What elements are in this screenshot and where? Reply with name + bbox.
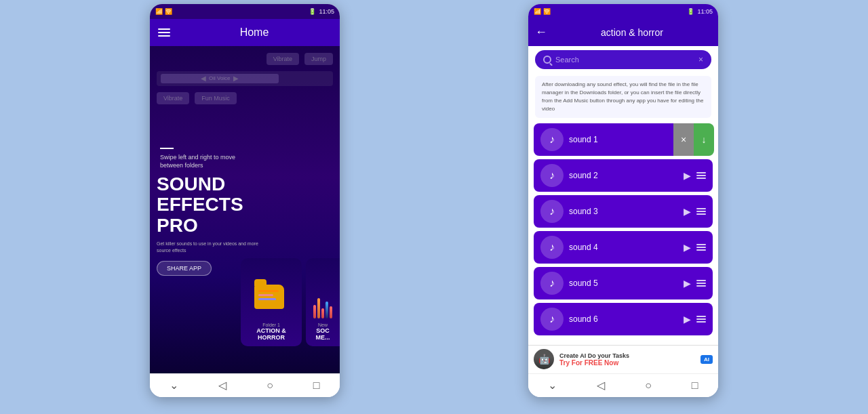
search-icon — [543, 56, 551, 64]
menu-button-2[interactable] — [696, 172, 706, 179]
left-phone: 📶 🛜 🔋 11:05 Home Vibrate Jump — [150, 4, 340, 397]
popup-close-button[interactable]: × — [673, 123, 694, 156]
music-note-2: ♪ — [549, 169, 555, 182]
sound-name-4: sound 4 — [569, 243, 678, 252]
back-button[interactable]: ← — [535, 25, 547, 39]
blur-btn-2: Jump — [304, 53, 333, 65]
menu-line-2 — [696, 175, 706, 176]
right-top-bar: ← action & horror — [528, 19, 718, 46]
ad-text-area: Create AI Do your Tasks Try For FREE Now — [559, 352, 695, 367]
left-content-area: Vibrate Jump ◀ Oil Voice ▶ Vibrate Fun M… — [150, 46, 340, 373]
music-note-5: ♪ — [549, 277, 555, 289]
folder-card-1[interactable]: Folder 1 ACTION & HORROR — [241, 258, 302, 346]
ad-title: Create AI Do your Tasks — [559, 352, 695, 359]
sound-name-3: sound 3 — [569, 207, 678, 216]
music-icon-2: ♪ — [540, 164, 564, 187]
menu-line-3 — [696, 178, 706, 179]
folder-icon — [254, 285, 284, 309]
music-icon-3: ♪ — [540, 200, 564, 223]
search-bar[interactable]: Search × — [535, 50, 711, 69]
music-note-3: ♪ — [549, 205, 555, 218]
right-wifi-icon: 🛜 — [543, 8, 551, 15]
sound-item-4[interactable]: ♪ sound 4 ▶ — [534, 231, 713, 264]
menu-button-3[interactable] — [696, 208, 706, 215]
bar-3 — [321, 308, 324, 318]
home-title: Home — [177, 26, 332, 39]
swipe-indicator: Swipe left and right to move between fol… — [157, 148, 333, 170]
play-button-2[interactable]: ▶ — [684, 170, 691, 181]
folder-cards-row: Folder 1 ACTION & HORROR New SOC ME... — [241, 258, 340, 346]
sound-bars — [313, 291, 332, 318]
left-time: 11:05 — [319, 8, 334, 15]
right-phone: 📶 🛜 🔋 11:05 ← action & horror Search × A… — [528, 4, 718, 397]
bar-4 — [326, 302, 328, 318]
right-status-bar: 📶 🛜 🔋 11:05 — [528, 4, 718, 19]
page-title: action & horror — [553, 27, 711, 38]
wifi-icon: 🛜 — [165, 8, 172, 15]
menu-button[interactable] — [158, 28, 170, 37]
ad-banner[interactable]: 🤖 Create AI Do your Tasks Try For FREE N… — [528, 345, 718, 373]
nav-chevron-left[interactable]: ⌄ — [170, 379, 178, 392]
folder-bar-2 — [258, 294, 273, 296]
bar-5 — [330, 306, 332, 318]
menu-button-4[interactable] — [696, 244, 706, 251]
nav-home-left[interactable]: ○ — [267, 379, 273, 392]
folder-bars — [254, 285, 284, 306]
folder-card-2-partial[interactable]: New SOC ME... — [306, 258, 340, 346]
folder-label-1: Folder 1 — [262, 323, 280, 327]
music-note-1: ♪ — [549, 133, 555, 146]
ad-subtitle: Try For FREE Now — [559, 359, 695, 367]
blur-slider: ◀ Oil Voice ▶ — [157, 71, 333, 86]
nav-chevron-right[interactable]: ⌄ — [548, 379, 557, 392]
bar-1 — [313, 305, 316, 318]
nav-square-right[interactable]: □ — [692, 379, 698, 392]
right-time: 11:05 — [697, 8, 713, 15]
nav-back-right[interactable]: ◁ — [597, 379, 605, 392]
folder-icon-wrapper — [254, 285, 288, 318]
folder-name-1: ACTION & HORROR — [256, 327, 286, 341]
menu-button-5[interactable] — [696, 280, 706, 287]
info-text: After downloading any sound effect, you … — [542, 81, 705, 113]
app-desc: Get killer sounds to use in your videos … — [157, 241, 258, 254]
blur-overlay: Vibrate Jump ◀ Oil Voice ▶ Vibrate Fun M… — [150, 46, 340, 141]
ad-avatar-image: 🤖 — [534, 349, 554, 369]
play-button-6[interactable]: ▶ — [684, 314, 691, 325]
nav-home-right[interactable]: ○ — [645, 379, 652, 392]
blur-btn-3: Vibrate — [157, 92, 189, 104]
search-placeholder: Search — [555, 56, 694, 64]
slider-left-arrow: ◀ — [201, 75, 206, 82]
blur-slider-label: Oil Voice — [209, 75, 231, 81]
sound-item-1[interactable]: ♪ sound 1 ▶ × ↓ — [534, 123, 713, 156]
sound-item-2[interactable]: ♪ sound 2 ▶ — [534, 159, 713, 192]
music-icon-4: ♪ — [540, 236, 564, 259]
play-button-5[interactable]: ▶ — [684, 278, 691, 289]
sound-name-5: sound 5 — [569, 278, 678, 288]
sound-item-5[interactable]: ♪ sound 5 ▶ — [534, 267, 713, 299]
info-box: After downloading any sound effect, you … — [535, 76, 711, 118]
right-battery-icon: 🔋 — [687, 8, 694, 15]
music-note-6: ♪ — [549, 313, 555, 325]
nav-square-left[interactable]: □ — [313, 379, 320, 392]
share-app-button[interactable]: SHARE APP — [157, 261, 212, 276]
folder-bar-1 — [258, 290, 279, 292]
ad-avatar: 🤖 — [534, 349, 554, 369]
left-status-bar: 📶 🛜 🔋 11:05 — [150, 4, 340, 19]
left-nav-bar: ⌄ ◁ ○ □ — [150, 373, 340, 397]
play-button-4[interactable]: ▶ — [684, 242, 691, 253]
menu-button-6[interactable] — [696, 316, 706, 323]
popup-download-button[interactable]: ↓ — [694, 123, 714, 156]
search-clear-button[interactable]: × — [698, 55, 703, 64]
ad-avatar-icon: 🤖 — [538, 354, 550, 365]
music-icon-1: ♪ — [540, 128, 564, 151]
sound-name-2: sound 2 — [569, 171, 678, 180]
sound-item-3[interactable]: ♪ sound 3 ▶ — [534, 195, 713, 228]
play-button-3[interactable]: ▶ — [684, 206, 691, 217]
folder-name-2: SOC ME... — [309, 327, 336, 341]
app-big-title: SOUND EFFECTS PRO — [157, 174, 333, 236]
swipe-line — [160, 148, 174, 149]
nav-back-left[interactable]: ◁ — [218, 379, 226, 392]
sound-item-6[interactable]: ♪ sound 6 ▶ — [534, 303, 713, 335]
bar-2 — [317, 298, 320, 318]
folder-bar-3 — [258, 298, 276, 300]
blur-btn-1: Vibrate — [267, 53, 299, 65]
